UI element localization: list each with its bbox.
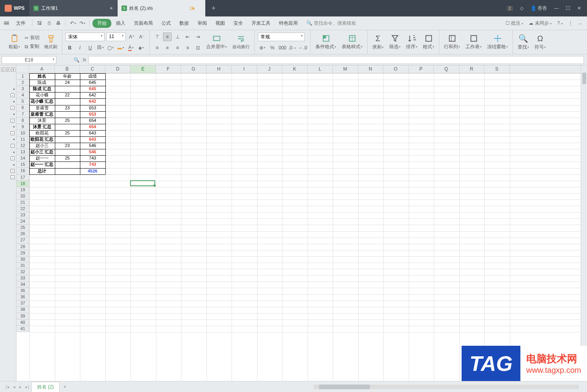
row-header-40[interactable]: 40	[16, 319, 29, 326]
outline-pane[interactable]: 123 --------	[0, 65, 16, 381]
merge-button[interactable]: 合并居中▾	[205, 34, 228, 50]
row-headers[interactable]: 1234567891011121314151617181920212223242…	[16, 73, 29, 332]
font-size-select[interactable]: 11	[106, 33, 126, 41]
comma-icon[interactable]: 000	[278, 44, 287, 52]
row-header-41[interactable]: 41	[16, 326, 29, 332]
freeze-button[interactable]: 冻结窗格▾	[486, 34, 509, 50]
row-header-13[interactable]: 13	[16, 149, 29, 155]
row-header-25[interactable]: 25	[16, 225, 29, 231]
row-header-15[interactable]: 15	[16, 162, 29, 168]
col-header-R[interactable]: R	[459, 65, 485, 73]
border-button[interactable]: 田	[96, 44, 105, 52]
skin-icon[interactable]: ◇	[520, 5, 524, 11]
row-header-10[interactable]: 10	[16, 130, 29, 136]
col-header-K[interactable]: K	[282, 65, 308, 73]
font-name-select[interactable]: 宋体	[65, 33, 105, 41]
column-headers[interactable]: ABCDEFGHIJKLMNOPQRS	[29, 65, 587, 73]
col-header-H[interactable]: H	[207, 65, 232, 73]
row-header-38[interactable]: 38	[16, 307, 29, 313]
menu-dev[interactable]: 开发工具	[248, 18, 274, 28]
menu-formula[interactable]: 公式	[158, 18, 175, 28]
redo-icon[interactable]: ↷	[78, 19, 87, 27]
cell-color-button[interactable]: ▬	[116, 44, 125, 52]
notification-badge[interactable]: 2	[507, 6, 513, 11]
row-header-7[interactable]: 7	[16, 111, 29, 118]
sheet-nav-prev[interactable]: ◂	[11, 384, 17, 390]
row-header-3[interactable]: 3	[16, 86, 29, 92]
horizontal-scrollbar[interactable]	[313, 385, 579, 389]
row-header-1[interactable]: 1	[16, 73, 29, 80]
more-icon[interactable]: ⋮	[568, 20, 573, 26]
row-header-8[interactable]: 8	[16, 118, 29, 124]
col-header-J[interactable]: J	[257, 65, 283, 73]
zoom-icon[interactable]: 🔍	[74, 57, 80, 63]
row-header-28[interactable]: 28	[16, 244, 29, 250]
paste-button[interactable]: 粘贴▾	[7, 34, 22, 50]
sync-button[interactable]: ☁ 未同步 ▾	[529, 20, 552, 27]
row-header-31[interactable]: 31	[16, 263, 29, 269]
row-header-20[interactable]: 20	[16, 193, 29, 200]
row-header-12[interactable]: 12	[16, 143, 29, 149]
format-painter-button[interactable]: 格式刷	[43, 34, 59, 50]
row-header-17[interactable]: 17	[16, 174, 29, 181]
conditional-format-button[interactable]: 条件格式▾	[314, 34, 338, 50]
align-bottom-icon[interactable]: ⊥	[173, 33, 182, 41]
format-button[interactable]: 格式▾	[421, 34, 436, 50]
row-header-33[interactable]: 33	[16, 275, 29, 281]
orientation-icon[interactable]: ⊡	[194, 44, 202, 52]
select-all-corner[interactable]	[16, 65, 29, 73]
add-tab-button[interactable]: +	[206, 0, 221, 16]
menu-data[interactable]: 数据	[176, 18, 193, 28]
filter-button[interactable]: 筛选▾	[388, 34, 402, 50]
copy-button[interactable]: ⧉复制	[24, 43, 40, 50]
menu-insert[interactable]: 插入	[112, 18, 129, 28]
find-button[interactable]: 🔍查找▾	[516, 34, 531, 51]
col-header-G[interactable]: G	[181, 65, 207, 73]
col-header-D[interactable]: D	[105, 65, 131, 73]
formula-input[interactable]	[89, 56, 584, 64]
cells-area[interactable]: 姓名年龄成绩陈成24645陈成 汇总645花小蝶22642花小蝶 汇总642皇甫…	[29, 73, 587, 381]
sheet-nav-last[interactable]: ▸|	[24, 384, 31, 390]
menu-start[interactable]: 开始	[92, 19, 111, 28]
col-header-C[interactable]: C	[80, 65, 105, 73]
row-header-4[interactable]: 4	[16, 92, 29, 98]
add-sheet-button[interactable]: +	[60, 383, 69, 391]
row-header-14[interactable]: 14	[16, 155, 29, 162]
maximize-button[interactable]: ☐	[566, 5, 570, 11]
table-style-button[interactable]: 表格样式▾	[340, 34, 364, 50]
row-header-26[interactable]: 26	[16, 231, 29, 237]
spreadsheet-grid[interactable]: ABCDEFGHIJKLMNOPQRS 12345678910111213141…	[16, 65, 587, 381]
menu-layout[interactable]: 页面布局	[130, 18, 157, 28]
indent-increase-icon[interactable]: ⇥	[194, 33, 202, 41]
help-icon[interactable]: ? ▾	[557, 20, 563, 26]
align-top-icon[interactable]: ⊤	[153, 33, 161, 41]
sort-button[interactable]: 排序▾	[404, 34, 419, 50]
symbol-button[interactable]: Ω符号▾	[533, 34, 547, 51]
row-header-11[interactable]: 11	[16, 136, 29, 143]
sum-button[interactable]: Σ求和▾	[371, 34, 385, 51]
col-header-I[interactable]: I	[232, 65, 257, 73]
undo-icon[interactable]: ↶	[69, 19, 77, 27]
row-header-32[interactable]: 32	[16, 269, 29, 275]
align-center-icon[interactable]: ≡	[163, 44, 172, 52]
row-header-24[interactable]: 24	[16, 218, 29, 225]
sheet-nav-next[interactable]: ▸	[18, 384, 23, 390]
row-header-6[interactable]: 6	[16, 105, 29, 111]
wrap-button[interactable]: 自动换行	[231, 34, 251, 50]
row-header-22[interactable]: 22	[16, 206, 29, 212]
decrease-decimal-icon[interactable]: ←.0	[299, 44, 307, 52]
align-middle-icon[interactable]: ≡	[163, 33, 172, 41]
row-header-23[interactable]: 23	[16, 212, 29, 218]
currency-icon[interactable]: ⊛	[258, 44, 266, 52]
row-header-30[interactable]: 30	[16, 256, 29, 263]
fx-icon[interactable]: fx	[83, 57, 86, 63]
menu-view[interactable]: 视图	[212, 18, 229, 28]
align-right-icon[interactable]: ≡	[173, 44, 182, 52]
row-header-37[interactable]: 37	[16, 300, 29, 307]
preview-icon[interactable]: 🖶	[54, 19, 63, 27]
menu-icon[interactable]	[4, 22, 9, 25]
col-header-A[interactable]: A	[29, 65, 55, 73]
collapse-ribbon-icon[interactable]: ︿	[578, 20, 583, 27]
print-icon[interactable]: ⎙	[45, 19, 53, 27]
file-menu[interactable]: 文件	[12, 18, 29, 28]
